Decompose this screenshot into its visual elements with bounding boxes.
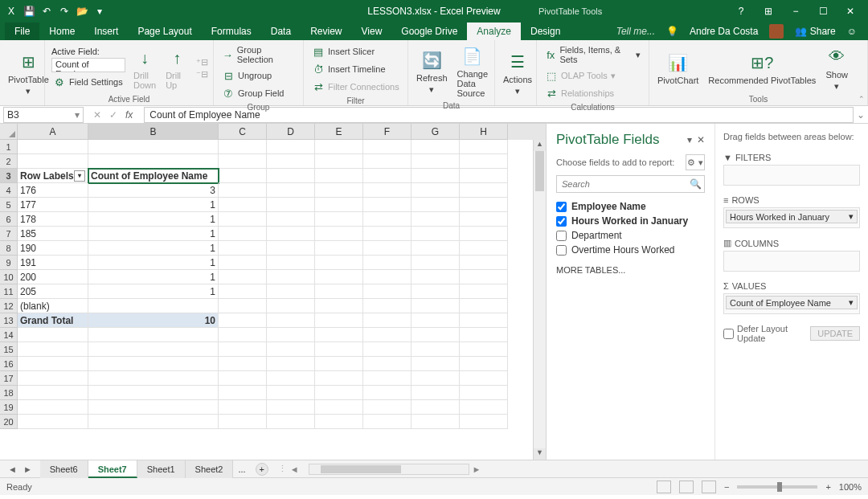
cell[interactable] — [219, 371, 267, 386]
cell[interactable] — [411, 198, 460, 212]
cell[interactable] — [363, 198, 411, 212]
qat-customize-icon[interactable]: ▾ — [93, 5, 106, 18]
cell[interactable] — [219, 284, 267, 299]
save-icon[interactable]: 💾 — [23, 5, 35, 18]
panel-dropdown-icon[interactable]: ▾ — [687, 134, 692, 145]
cell[interactable] — [363, 212, 411, 227]
cell[interactable] — [88, 140, 219, 154]
pivottable-button[interactable]: ⊞PivotTable▾ — [6, 49, 51, 98]
cell[interactable] — [460, 386, 508, 400]
cell[interactable] — [267, 169, 315, 183]
cell[interactable] — [315, 342, 363, 357]
cell[interactable]: 176 — [18, 183, 88, 198]
field-checkbox[interactable] — [556, 231, 567, 241]
rows-area-item[interactable]: Hours Worked in January▾ — [726, 210, 858, 223]
filter-dropdown-icon[interactable]: ▾ — [74, 170, 85, 182]
cell[interactable] — [460, 227, 508, 241]
row-header[interactable]: 15 — [0, 342, 18, 357]
cell[interactable]: 191 — [18, 256, 88, 270]
zoom-slider[interactable] — [737, 485, 817, 489]
cell[interactable] — [460, 270, 508, 284]
cell[interactable] — [363, 140, 411, 154]
undo-icon[interactable]: ↶ — [40, 5, 53, 18]
cell[interactable] — [411, 169, 460, 183]
cell[interactable] — [460, 169, 508, 183]
cell[interactable] — [18, 154, 88, 169]
cell[interactable] — [363, 313, 411, 328]
cell[interactable] — [315, 270, 363, 284]
close-button[interactable]: ✕ — [841, 6, 860, 17]
cell[interactable] — [363, 169, 411, 183]
cell[interactable] — [88, 400, 219, 415]
cell[interactable] — [219, 154, 267, 169]
defer-layout-checkbox[interactable] — [723, 329, 734, 339]
row-header[interactable]: 16 — [0, 357, 18, 371]
cell[interactable] — [18, 415, 88, 429]
values-area-item[interactable]: Count of Employee Name▾ — [726, 296, 858, 309]
col-header-d[interactable]: D — [267, 124, 315, 140]
cell[interactable] — [219, 328, 267, 342]
name-box[interactable]: B3▾ — [3, 107, 84, 123]
cell[interactable] — [267, 140, 315, 154]
row-header[interactable]: 11 — [0, 284, 18, 299]
cell[interactable] — [267, 299, 315, 313]
cancel-formula-icon[interactable]: ✕ — [93, 109, 101, 121]
tab-google-drive[interactable]: Google Drive — [391, 22, 467, 40]
hscroll-left-icon[interactable]: ◄ — [287, 464, 302, 474]
expand-formula-bar-icon[interactable]: ⌄ — [854, 109, 868, 121]
cell[interactable] — [315, 241, 363, 256]
cell[interactable]: 205 — [18, 284, 88, 299]
cell[interactable] — [267, 415, 315, 429]
cell[interactable] — [460, 313, 508, 328]
ribbon-options-icon[interactable]: ⊞ — [759, 6, 778, 17]
tab-home[interactable]: Home — [39, 22, 84, 40]
pivotchart-button[interactable]: 📊PivotChart — [656, 50, 700, 87]
ungroup-button[interactable]: ⊟Ungroup — [220, 67, 297, 84]
cell[interactable] — [315, 371, 363, 386]
cell[interactable] — [411, 342, 460, 357]
row-header[interactable]: 8 — [0, 241, 18, 256]
cell[interactable]: 10 — [88, 313, 219, 328]
scroll-up-icon[interactable]: ▲ — [534, 140, 546, 151]
drill-down-button[interactable]: ↓Drill Down — [132, 45, 158, 92]
cell[interactable] — [411, 270, 460, 284]
hscroll-right-icon[interactable]: ► — [469, 464, 485, 474]
cell[interactable] — [411, 400, 460, 415]
group-selection-button[interactable]: →Group Selection — [220, 43, 297, 66]
row-header[interactable]: 10 — [0, 270, 18, 284]
cell[interactable] — [219, 241, 267, 256]
cell[interactable] — [411, 371, 460, 386]
cell[interactable]: 1 — [88, 212, 219, 227]
cell[interactable]: 185 — [18, 227, 88, 241]
zoom-in-button[interactable]: + — [825, 482, 830, 492]
cell[interactable] — [460, 154, 508, 169]
cell[interactable] — [88, 328, 219, 342]
filter-connections-button[interactable]: ⇄Filter Connections — [310, 79, 401, 95]
insert-slicer-button[interactable]: ▤Insert Slicer — [310, 43, 401, 59]
cell[interactable] — [460, 256, 508, 270]
cell[interactable]: Row Labels▾ — [18, 169, 88, 183]
cell[interactable]: 3 — [88, 183, 219, 198]
cell[interactable] — [315, 140, 363, 154]
drill-up-button[interactable]: ↑Drill Up — [164, 45, 190, 92]
cell[interactable] — [460, 241, 508, 256]
cell[interactable] — [267, 227, 315, 241]
cell[interactable] — [363, 299, 411, 313]
cell[interactable] — [315, 169, 363, 183]
lightbulb-icon[interactable]: 💡 — [666, 26, 678, 37]
collapse-ribbon-icon[interactable]: ⌃ — [858, 95, 865, 103]
expand-field-icon[interactable]: ⁺⊟ — [196, 57, 208, 67]
cell[interactable]: 177 — [18, 198, 88, 212]
cell[interactable] — [315, 227, 363, 241]
cell[interactable] — [315, 256, 363, 270]
field-settings-button[interactable]: ⚙Field Settings — [51, 74, 125, 90]
more-tables-link[interactable]: MORE TABLES... — [556, 265, 705, 275]
cell[interactable] — [267, 198, 315, 212]
cell[interactable] — [411, 299, 460, 313]
field-checkbox[interactable] — [556, 216, 567, 227]
cell[interactable] — [88, 415, 219, 429]
cell[interactable] — [411, 227, 460, 241]
cell[interactable] — [88, 154, 219, 169]
olap-tools-button[interactable]: ⬚OLAP Tools ▾ — [543, 67, 642, 84]
zoom-level[interactable]: 100% — [839, 482, 862, 492]
